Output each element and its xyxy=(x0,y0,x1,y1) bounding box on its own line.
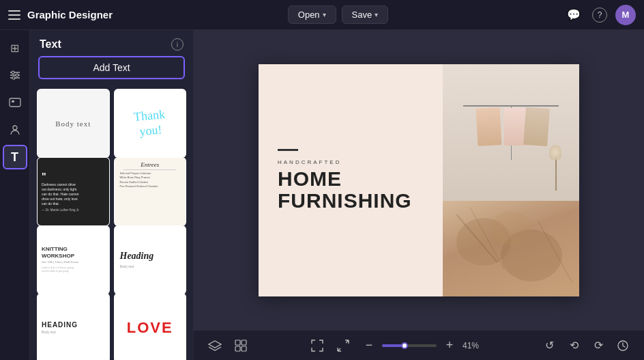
svg-rect-15 xyxy=(235,340,240,345)
template-body-text[interactable]: Body text xyxy=(37,89,110,158)
panel-title: Text xyxy=(40,38,61,51)
zoom-controls: − + 41% xyxy=(359,335,483,356)
canvas-workspace[interactable]: HANDCRAFTED HOME FURNISHING xyxy=(194,30,644,330)
sidebar-icon-media[interactable] xyxy=(3,90,27,115)
sidebar-icon-people[interactable] xyxy=(3,117,27,142)
main: ⊞ T Text i Add Text xyxy=(0,30,644,360)
help-icon[interactable]: ? xyxy=(592,8,607,23)
zoom-out-button[interactable]: − xyxy=(359,335,379,356)
zoom-percent: 41% xyxy=(463,341,483,350)
template-entrees[interactable]: Entrees Salt and Pepper CalamariWhite Be… xyxy=(114,157,187,226)
fullscreen-button[interactable] xyxy=(307,335,327,356)
templates-grid: Body text Thankyou! " Darkness cannot dr… xyxy=(30,86,193,360)
toolbar-center: − + 41% xyxy=(307,335,483,356)
add-text-button[interactable]: Add Text xyxy=(38,56,185,79)
template-love[interactable]: LOVE xyxy=(114,293,187,360)
canvas-sub-heading: HANDCRAFTED xyxy=(278,159,424,165)
avatar[interactable]: M xyxy=(615,5,636,25)
sidebar-icon-filters[interactable] xyxy=(3,63,27,87)
header-left: Graphic Designer xyxy=(8,9,113,20)
grid-button[interactable] xyxy=(231,335,251,356)
app-title: Graphic Designer xyxy=(27,9,113,20)
header: Graphic Designer Open ▾ Save ▾ 💬 ? M xyxy=(0,0,644,30)
canvas-toolbar: − + 41% ↺ ⟲ ⟳ xyxy=(194,330,644,360)
template-knitting[interactable]: KnittingWorkshop Oct. 12th | 12am | Draf… xyxy=(37,225,110,294)
sidebar-icon-text[interactable]: T xyxy=(3,145,27,169)
redo-button[interactable]: ⟳ xyxy=(588,335,609,356)
zoom-in-button[interactable]: + xyxy=(439,335,460,356)
template-heading-script[interactable]: Heading Body text xyxy=(114,225,187,294)
template-quote[interactable]: " Darkness cannot driveout darkness; onl… xyxy=(37,157,110,226)
template-thank-you[interactable]: Thankyou! xyxy=(114,89,187,158)
undo-button[interactable]: ⟲ xyxy=(564,335,584,356)
canvas-title: HOME FURNISHING xyxy=(278,168,424,211)
history-button[interactable] xyxy=(613,335,633,356)
canvas-line xyxy=(278,149,298,151)
canvas-photo-rack xyxy=(443,64,579,201)
open-button[interactable]: Open ▾ xyxy=(288,5,336,24)
canvas-photo-basket xyxy=(443,201,579,296)
svg-rect-17 xyxy=(235,346,240,351)
svg-point-3 xyxy=(12,71,14,74)
canvas-area: HANDCRAFTED HOME FURNISHING xyxy=(194,30,644,360)
open-chevron-icon: ▾ xyxy=(323,11,326,18)
header-right: 💬 ? M xyxy=(564,5,636,25)
svg-point-5 xyxy=(12,77,15,79)
header-center: Open ▾ Save ▾ xyxy=(288,5,388,24)
toolbar-left xyxy=(205,335,251,356)
icon-sidebar: ⊞ T xyxy=(0,30,30,360)
refresh-button[interactable]: ↺ xyxy=(539,335,559,356)
template-heading-block[interactable]: HEADING Body text xyxy=(37,293,110,360)
svg-point-4 xyxy=(16,74,18,77)
canvas-left: HANDCRAFTED HOME FURNISHING xyxy=(259,64,443,296)
hamburger-menu-button[interactable] xyxy=(8,10,20,20)
text-panel: Text i Add Text Body text Thankyou! " xyxy=(30,30,194,360)
svg-rect-6 xyxy=(10,98,20,107)
svg-rect-16 xyxy=(241,340,246,345)
svg-point-11 xyxy=(491,211,531,245)
save-button[interactable]: Save ▾ xyxy=(342,5,389,24)
layers-button[interactable] xyxy=(205,335,225,356)
toolbar-right: ↺ ⟲ ⟳ xyxy=(539,335,633,356)
zoom-slider[interactable] xyxy=(382,344,437,347)
save-chevron-icon: ▾ xyxy=(375,11,378,18)
resize-button[interactable] xyxy=(333,335,353,356)
canvas-photos xyxy=(443,64,579,296)
svg-rect-7 xyxy=(12,100,14,102)
svg-point-8 xyxy=(13,126,17,130)
svg-rect-18 xyxy=(241,346,246,351)
panel-header: Text i xyxy=(30,30,193,56)
info-icon[interactable]: i xyxy=(171,38,184,51)
chat-icon[interactable]: 💬 xyxy=(564,5,584,25)
canvas-frame: HANDCRAFTED HOME FURNISHING xyxy=(259,64,579,296)
sidebar-icon-elements[interactable]: ⊞ xyxy=(3,36,27,60)
